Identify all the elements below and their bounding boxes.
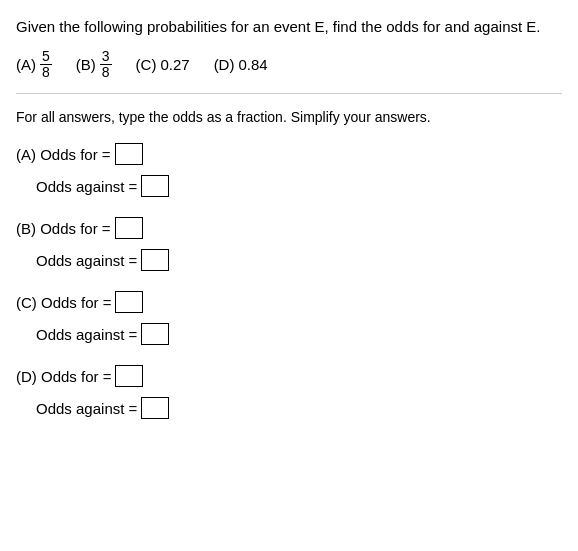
section-c-odds-for-label: (C) Odds for = <box>16 294 111 311</box>
instruction-text: For all answers, type the odds as a frac… <box>16 108 562 128</box>
section-b: (B) Odds for = Odds against = <box>16 217 562 271</box>
option-d-label: (D) <box>214 56 235 73</box>
option-a-label: (A) <box>16 56 36 73</box>
section-d-odds-for-input[interactable] <box>115 365 143 387</box>
option-a-fraction: 5 8 <box>40 49 52 81</box>
option-b-label: (B) <box>76 56 96 73</box>
section-d-odds-against-label: Odds against = <box>36 400 137 417</box>
section-c-odds-for-input[interactable] <box>115 291 143 313</box>
section-d-odds-against-input[interactable] <box>141 397 169 419</box>
section-a-odds-against-input[interactable] <box>141 175 169 197</box>
section-d: (D) Odds for = Odds against = <box>16 365 562 419</box>
section-d-odds-for-label: (D) Odds for = <box>16 368 111 385</box>
question-text: Given the following probabilities for an… <box>16 16 562 37</box>
section-d-odds-for-row: (D) Odds for = <box>16 365 562 387</box>
section-a-odds-for-row: (A) Odds for = <box>16 143 562 165</box>
section-a-odds-for-label: (A) Odds for = <box>16 146 111 163</box>
section-c-odds-against-input[interactable] <box>141 323 169 345</box>
option-c-label: (C) <box>136 56 157 73</box>
section-c-odds-against-row: Odds against = <box>36 323 562 345</box>
section-b-odds-for-input[interactable] <box>115 217 143 239</box>
options-row: (A) 5 8 (B) 3 8 (C) 0.27 (D) 0.84 <box>16 49 562 94</box>
option-b: (B) 3 8 <box>76 49 112 81</box>
section-b-odds-against-row: Odds against = <box>36 249 562 271</box>
section-b-odds-against-label: Odds against = <box>36 252 137 269</box>
option-d-value: 0.84 <box>238 56 267 73</box>
section-a: (A) Odds for = Odds against = <box>16 143 562 197</box>
section-a-odds-against-row: Odds against = <box>36 175 562 197</box>
option-b-numerator: 3 <box>100 49 112 65</box>
option-b-denominator: 8 <box>100 65 112 80</box>
section-c-odds-against-label: Odds against = <box>36 326 137 343</box>
section-b-odds-against-input[interactable] <box>141 249 169 271</box>
option-a-denominator: 8 <box>40 65 52 80</box>
section-b-odds-for-label: (B) Odds for = <box>16 220 111 237</box>
option-a: (A) 5 8 <box>16 49 52 81</box>
option-a-numerator: 5 <box>40 49 52 65</box>
section-b-odds-for-row: (B) Odds for = <box>16 217 562 239</box>
section-a-odds-for-input[interactable] <box>115 143 143 165</box>
option-c-value: 0.27 <box>160 56 189 73</box>
option-c: (C) 0.27 <box>136 56 190 73</box>
option-b-fraction: 3 8 <box>100 49 112 81</box>
section-c: (C) Odds for = Odds against = <box>16 291 562 345</box>
section-a-odds-against-label: Odds against = <box>36 178 137 195</box>
section-d-odds-against-row: Odds against = <box>36 397 562 419</box>
option-d: (D) 0.84 <box>214 56 268 73</box>
section-c-odds-for-row: (C) Odds for = <box>16 291 562 313</box>
